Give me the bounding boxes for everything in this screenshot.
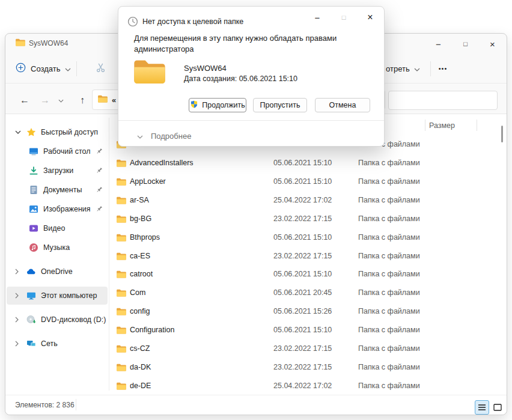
explorer-minimize-button[interactable]: − [425,34,452,53]
table-row[interactable]: Bthprops 05.06.2021 15:10 Папка с файлам… [111,228,501,247]
cut-button[interactable] [91,59,110,78]
file-type: Папка с файлами [358,252,420,260]
folder-icon [117,307,126,318]
table-row[interactable]: bg-BG 23.02.2022 17:15 Папка с файлами [111,210,501,228]
toolbar-separator [430,61,431,76]
sidebar-item-quick-access[interactable]: Быстрый доступ [7,123,108,141]
cancel-button[interactable]: Отмена [315,98,370,112]
address-collapse-glyph[interactable]: « [112,96,116,105]
folder-icon [117,252,126,263]
explorer-close-button[interactable]: × [479,34,506,53]
status-bar: Элементов: 2 836 [5,395,507,415]
file-date: 05.06.2021 15:10 [273,177,332,186]
plus-circle-icon [16,62,26,75]
dialog-message: Для перемещения в эту папку нужно облада… [134,33,346,55]
sidebar-item-music[interactable]: Музыка [7,239,108,257]
table-row[interactable]: AdvancedInstallers 05.06.2021 15:10 Папк… [111,154,501,172]
table-row[interactable]: catroot 05.06.2021 15:10 Папка с файлами [111,265,501,284]
sidebar-item-downloads[interactable]: Загрузки [7,162,108,180]
more-options-button[interactable]: ••• [433,59,453,78]
table-row[interactable]: ar-SA 25.04.2022 17:02 Папка с файлами [111,191,501,210]
table-row[interactable]: cs-CZ 23.02.2022 17:15 Папка с файлами [111,339,501,358]
continue-button[interactable]: Продолжить [189,98,246,112]
clock-icon [127,16,138,29]
skip-button[interactable]: Пропустить [253,98,307,112]
dialog-minimize-button[interactable]: − [304,7,331,28]
details-expander[interactable]: Подробнее [137,132,191,141]
file-date: 05.06.2021 15:10 [273,159,332,167]
file-type: Папка с файлами [358,288,420,297]
new-button[interactable]: Создать [16,59,71,78]
table-row[interactable]: Configuration 05.06.2021 15:10 Папка с ф… [111,321,501,339]
dialog-separator [118,120,384,121]
network-icon [26,339,36,348]
desktop-icon [29,147,38,156]
scrollbar-thumb[interactable] [501,126,503,142]
sidebar-item-pictures[interactable]: Изображения [7,200,108,218]
music-icon [29,243,38,252]
file-date: 05.06.2021 15:26 [273,307,332,315]
table-row[interactable]: config 05.06.2021 15:26 Папка с файлами [111,302,501,321]
file-type: Папка с файлами [358,177,420,186]
explorer-maximize-button[interactable]: □ [452,34,479,53]
chevron-down-icon[interactable] [15,130,21,134]
pin-icon [96,148,103,155]
dialog-close-button[interactable]: × [357,7,383,28]
sidebar-item-onedrive[interactable]: OneDrive [7,263,108,281]
uac-shield-icon [190,100,198,111]
window-tab-folder-icon [16,38,25,49]
table-row[interactable]: Com 05.06.2021 20:45 Папка с файлами [111,284,501,302]
file-date: 05.06.2021 15:10 [273,270,332,278]
chevron-right-icon[interactable] [15,269,21,275]
table-row[interactable]: ca-ES 23.02.2022 17:15 Папка с файлами [111,247,501,266]
sidebar-item-network[interactable]: Сеть [7,335,108,353]
column-separator[interactable] [477,120,477,131]
sidebar-item-videos[interactable]: Видео [7,219,108,237]
chevron-right-icon[interactable] [15,341,21,347]
file-name: da-DK [130,363,151,371]
file-name: AppLocker [130,177,166,186]
folder-icon [117,196,126,207]
file-date: 05.06.2021 15:10 [273,233,332,242]
dvd-disc-icon [26,315,36,324]
chevron-right-icon[interactable] [15,293,21,299]
file-name: ca-ES [130,252,150,260]
dialog-folder-name: SysWOW64 [184,64,227,73]
access-denied-dialog: Нет доступа к целевой папке − □ × Для пе… [118,6,385,147]
items-count-label: Элементов: 2 836 [15,401,75,409]
large-icons-view-button[interactable] [490,400,505,415]
chevron-down-icon [137,132,143,141]
chevron-right-icon[interactable] [15,317,21,323]
file-date: 05.06.2021 20:45 [273,288,332,297]
column-separator[interactable] [425,120,425,131]
sidebar-item-documents[interactable]: Документы [7,181,108,199]
file-name: AdvancedInstallers [130,159,194,167]
column-header-size[interactable]: Размер [429,121,455,130]
file-name: bg-BG [130,215,151,223]
window-title: SysWOW64 [29,39,68,47]
sidebar-item-this-pc[interactable]: Этот компьютер [7,287,108,305]
file-name: Bthprops [130,233,160,242]
view-button[interactable]: отреть [386,59,420,78]
table-row[interactable]: AppLocker 05.06.2021 15:10 Папка с файла… [111,172,501,191]
file-name: Com [130,288,145,297]
search-input[interactable] [389,91,497,109]
file-type: Папка с файлами [358,344,420,353]
up-button[interactable]: ↑ [73,91,92,110]
recent-locations-button[interactable] [56,96,66,106]
details-view-button[interactable] [475,400,489,415]
table-row[interactable]: de-DE 25.04.2022 17:02 Папка с файлами [111,377,501,395]
forward-button[interactable]: → [35,91,55,110]
back-button[interactable]: ← [15,91,34,110]
sidebar-item-dvd-drive[interactable]: DVD-дисковод (D:) [7,311,108,329]
table-row[interactable]: da-DK 23.02.2022 17:15 Папка с файлами [111,358,501,377]
chevron-down-icon [414,63,420,74]
sidebar-item-desktop[interactable]: Рабочий стол [7,142,108,160]
computer-icon [26,291,36,300]
pictures-icon [29,204,38,214]
file-name: ar-SA [130,196,149,204]
onedrive-cloud-icon [26,267,36,276]
file-date: 23.02.2022 17:15 [273,344,332,353]
dialog-maximize-button[interactable]: □ [331,7,357,28]
file-date: 23.02.2022 17:15 [273,363,332,371]
